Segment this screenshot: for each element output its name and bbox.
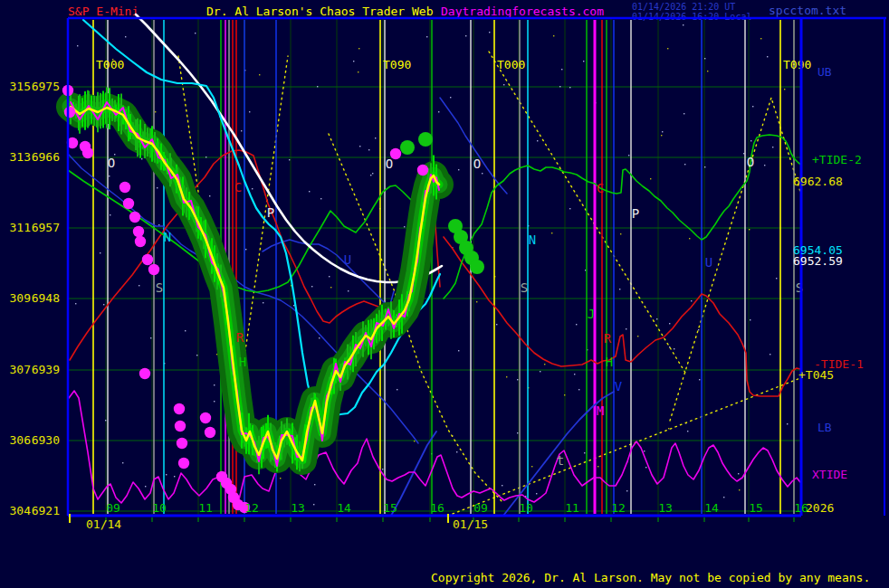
star-dot xyxy=(330,287,331,288)
star-dot xyxy=(426,36,427,37)
t-line-label: T090 xyxy=(383,58,411,71)
star-dot xyxy=(476,301,477,302)
star-dot xyxy=(574,374,575,375)
star-dot xyxy=(743,153,744,154)
hour-label-day1: 14 xyxy=(337,501,351,515)
star-dot xyxy=(174,476,175,477)
green-blob xyxy=(418,132,433,147)
star-dot xyxy=(561,69,562,70)
star-dot xyxy=(263,302,263,303)
y-axis-futures-label: 6975 xyxy=(32,80,60,93)
star-dot xyxy=(368,149,369,150)
star-dot xyxy=(458,350,459,351)
star-dot xyxy=(517,432,518,433)
hour-label-day2: 09 xyxy=(473,501,488,515)
star-dot xyxy=(619,289,620,289)
star-dot xyxy=(749,229,750,230)
star-dot xyxy=(583,61,584,62)
clamshell-letter: H xyxy=(239,355,246,369)
star-dot xyxy=(348,290,349,291)
date-label: 01/14 xyxy=(86,517,121,531)
clamshell-letter: O xyxy=(386,156,393,171)
star-dot xyxy=(585,270,586,270)
star-dot xyxy=(195,33,196,33)
clamshell-letter: U xyxy=(705,255,712,270)
star-dot xyxy=(750,140,751,141)
star-dot xyxy=(139,285,139,286)
star-dot xyxy=(122,462,123,463)
star-dot xyxy=(531,466,532,467)
star-dot xyxy=(214,384,215,385)
star-dot xyxy=(252,188,253,189)
series-blue_line_day1b xyxy=(263,240,394,308)
star-dot xyxy=(456,451,457,452)
star-dot xyxy=(687,431,688,432)
signal-dot xyxy=(205,427,215,438)
right-margin-label: 6952.59 xyxy=(793,254,843,268)
star-dot xyxy=(206,156,206,157)
signal-dot xyxy=(142,254,153,265)
star-dot xyxy=(125,36,126,37)
star-dot xyxy=(103,304,104,305)
star-dot xyxy=(314,484,315,485)
star-dot xyxy=(375,138,376,138)
chaos-trader-chart-page: S&P E-Mini Dr. Al Larson's Chaos Trader … xyxy=(0,0,889,588)
right-margin-label: 6962.68 xyxy=(793,175,843,188)
star-dot xyxy=(689,238,690,239)
star-dot xyxy=(620,233,621,234)
star-dot xyxy=(704,58,705,59)
star-dot xyxy=(559,86,560,87)
clamshell-letter: S xyxy=(156,280,163,295)
green-blob xyxy=(400,140,415,155)
star-dot xyxy=(320,198,321,199)
star-dot xyxy=(650,178,651,179)
star-dot xyxy=(551,232,552,233)
star-dot xyxy=(397,389,397,390)
star-dot xyxy=(752,106,753,107)
signal-dot xyxy=(133,226,144,237)
star-dot xyxy=(245,249,246,250)
star-dot xyxy=(637,336,638,337)
star-dot xyxy=(540,371,540,372)
dotted-astro_day2_up xyxy=(670,98,801,421)
star-dot xyxy=(626,490,627,491)
clamshell-letter: S xyxy=(521,280,528,295)
dotted-t045_line xyxy=(453,378,800,514)
hour-label-day2: 10 xyxy=(519,501,533,515)
signal-dot xyxy=(123,198,134,209)
chart-canvas: T000T090T000T090ONSCRHPOUONSJCRHVMPOUSt3… xyxy=(0,0,889,588)
green-blob xyxy=(470,260,484,274)
star-dot xyxy=(537,140,538,141)
signal-dot xyxy=(178,458,189,469)
hour-label-day1: 10 xyxy=(152,501,167,515)
star-dot xyxy=(382,469,383,469)
clamshell-letter: C xyxy=(234,180,242,194)
series-red_tide_day2 xyxy=(444,237,800,396)
star-dot xyxy=(319,337,320,338)
star-dot xyxy=(536,493,537,494)
clamshell-letter: H xyxy=(606,355,613,369)
signal-dot xyxy=(175,421,186,432)
star-dot xyxy=(506,376,507,377)
star-dot xyxy=(544,364,545,365)
star-dot xyxy=(358,71,358,72)
star-dot xyxy=(100,252,100,253)
star-dot xyxy=(145,486,146,487)
hour-label-day1: 15 xyxy=(383,501,397,515)
star-dot xyxy=(738,473,739,474)
star-dot xyxy=(482,173,483,174)
y-axis-cash-label: 309 xyxy=(10,291,31,305)
star-dot xyxy=(517,379,518,380)
signal-dot xyxy=(177,438,187,449)
star-dot xyxy=(584,452,585,453)
t-line-label: T000 xyxy=(96,58,124,71)
star-dot xyxy=(105,420,106,421)
series-price-magenta xyxy=(71,102,439,466)
y-axis-cash-label: 315 xyxy=(10,80,31,93)
star-dot xyxy=(669,323,670,324)
hour-label-day1: 09 xyxy=(106,501,120,515)
star-dot xyxy=(166,474,167,475)
star-dot xyxy=(772,147,773,147)
hour-label-day2: 11 xyxy=(565,501,579,515)
date-label: 01/15 xyxy=(453,517,488,531)
